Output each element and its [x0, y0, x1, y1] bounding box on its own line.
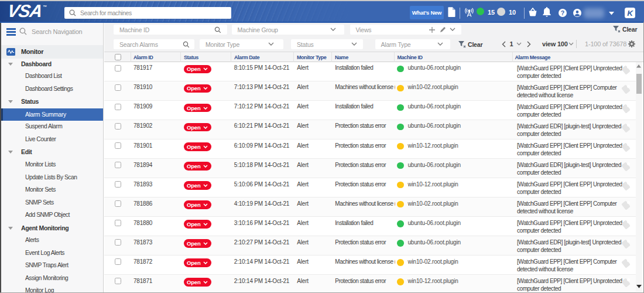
svg-text:?: ?	[560, 9, 564, 16]
